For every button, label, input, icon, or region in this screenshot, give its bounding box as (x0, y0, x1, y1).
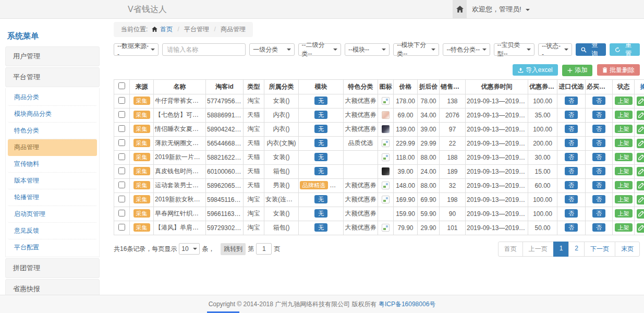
page-button-末页[interactable]: 末页 (615, 242, 640, 257)
must-buy-cell: 否 (586, 94, 613, 108)
import-select-toggle[interactable]: 否 (565, 97, 578, 105)
status-button[interactable]: 上架 (615, 209, 633, 218)
level1-category-select[interactable]: 一级分类 (249, 43, 294, 56)
row-checkbox[interactable] (118, 125, 125, 132)
edit-button[interactable] (637, 125, 644, 134)
row-checkbox[interactable] (118, 97, 125, 104)
import-select-toggle[interactable]: 否 (565, 125, 578, 133)
status-button[interactable]: 上架 (615, 111, 633, 119)
row-checkbox[interactable] (118, 210, 125, 216)
module-select[interactable]: --模块-- (345, 43, 390, 56)
row-checkbox[interactable] (118, 111, 125, 118)
records-count-text: 共16条记录，每页显示 (114, 245, 177, 254)
status-cell: 上架 (613, 192, 635, 207)
page-button-下一页[interactable]: 下一页 (584, 242, 615, 257)
batch-delete-button[interactable]: 批量删除 (597, 64, 640, 76)
row-checkbox[interactable] (118, 196, 125, 202)
sidebar-heading: 系统菜单 (5, 27, 100, 46)
page-number-input[interactable] (256, 243, 272, 255)
import-select-toggle[interactable]: 否 (565, 209, 578, 218)
sidebar-subitem-8[interactable]: 意见反馈 (8, 223, 97, 239)
import-select-toggle[interactable]: 否 (565, 195, 578, 203)
must-buy-toggle[interactable]: 否 (592, 97, 605, 105)
must-buy-toggle[interactable]: 否 (592, 223, 605, 232)
add-button[interactable]: 添加 (562, 65, 592, 76)
sidebar-item-bottom-0[interactable]: 拼团管理 (5, 258, 100, 278)
product-name-cell: 情侣睡衣女夏丝绸男士... (154, 122, 206, 136)
edit-button[interactable] (637, 153, 644, 162)
must-buy-toggle[interactable]: 否 (592, 125, 605, 133)
sidebar-item-platform-management[interactable]: 平台管理 (5, 67, 100, 87)
category-cell: 内衣(文胸) (264, 136, 299, 150)
item-type-select[interactable]: --宝贝类型-- (494, 43, 534, 56)
status-button[interactable]: 上架 (615, 153, 633, 161)
must-buy-toggle[interactable]: 否 (592, 111, 605, 119)
icp-link[interactable]: 粤ICP备16098006号 (379, 300, 435, 309)
must-buy-toggle[interactable]: 否 (592, 153, 605, 161)
row-checkbox[interactable] (118, 182, 125, 188)
status-button[interactable]: 上架 (615, 167, 633, 175)
select-all-checkbox[interactable] (118, 82, 125, 89)
edit-button[interactable] (637, 181, 644, 190)
row-checkbox[interactable] (118, 153, 125, 160)
edit-button[interactable] (637, 97, 644, 106)
home-button[interactable] (453, 0, 467, 18)
sidebar-subitem-5[interactable]: 版本管理 (8, 173, 97, 189)
import-select-toggle[interactable]: 否 (565, 153, 578, 161)
sidebar-subitem-1[interactable]: 模块商品分类 (8, 106, 97, 123)
reset-button[interactable]: 重置 (610, 43, 640, 56)
status-button[interactable]: 上架 (615, 139, 633, 147)
page-button-1[interactable]: 1 (553, 242, 569, 257)
row-checkbox[interactable] (118, 224, 125, 231)
per-page-select[interactable]: 10 (179, 243, 200, 255)
sidebar-subitem-4[interactable]: 宣传物料 (8, 156, 97, 173)
must-buy-toggle[interactable]: 否 (592, 139, 605, 147)
sidebar-subitem-0[interactable]: 商品分类 (8, 89, 97, 106)
row-checkbox[interactable] (118, 139, 125, 146)
edit-button[interactable] (637, 139, 644, 148)
import-excel-button[interactable]: 导入excel (513, 64, 558, 76)
must-buy-toggle[interactable]: 否 (592, 167, 605, 175)
status-select[interactable]: --状态-- (538, 43, 572, 56)
module-subcategory-select-value: --模块下分类-- (397, 41, 429, 58)
edit-button[interactable] (637, 195, 644, 204)
sidebar-item-user-management[interactable]: 用户管理 (5, 46, 100, 66)
user-menu[interactable]: 欢迎您，管理员! (472, 0, 530, 19)
sidebar-subitem-3[interactable]: 商品管理 (8, 139, 97, 156)
feature-category-select[interactable]: --特色分类-- (443, 43, 490, 56)
category-cell: 女装() (264, 207, 299, 221)
sidebar-item-bottom-1[interactable]: 省惠快报 (5, 279, 100, 295)
breadcrumb-home-link[interactable]: 首页 (160, 26, 173, 33)
status-button[interactable]: 上架 (615, 181, 633, 189)
sidebar-subitem-9[interactable]: 平台配置 (8, 239, 97, 256)
status-button[interactable]: 上架 (615, 195, 633, 203)
name-input[interactable] (162, 43, 246, 56)
row-select-cell (114, 136, 130, 150)
module-subcategory-select[interactable]: --模块下分类-- (393, 43, 439, 56)
level2-category-select[interactable]: --二级分类-- (298, 43, 341, 56)
status-button[interactable]: 上架 (615, 125, 633, 133)
edit-button[interactable] (637, 209, 644, 219)
must-buy-toggle[interactable]: 否 (592, 195, 605, 203)
status-button[interactable]: 上架 (615, 223, 633, 232)
sales-count-cell: 138 (440, 94, 466, 108)
status-button[interactable]: 上架 (615, 97, 633, 105)
edit-button[interactable] (637, 223, 644, 233)
import-select-toggle[interactable]: 否 (565, 111, 578, 119)
import-select-toggle[interactable]: 否 (565, 167, 578, 175)
edit-button[interactable] (637, 167, 644, 176)
must-buy-toggle[interactable]: 否 (592, 209, 605, 218)
edit-button[interactable] (637, 111, 644, 120)
data-source-select[interactable]: --数据来源-- (114, 43, 159, 56)
edit-icon (638, 98, 644, 104)
page-button-2[interactable]: 2 (568, 242, 585, 257)
import-select-toggle[interactable]: 否 (565, 139, 578, 147)
search-button[interactable]: 查询 (576, 43, 606, 56)
import-select-toggle[interactable]: 否 (565, 181, 578, 189)
sidebar-subitem-2[interactable]: 特色分类 (8, 123, 97, 139)
must-buy-toggle[interactable]: 否 (592, 181, 605, 189)
sidebar-subitem-6[interactable]: 轮播管理 (8, 189, 97, 206)
import-select-toggle[interactable]: 否 (565, 223, 578, 232)
sidebar-subitem-7[interactable]: 启动页管理 (8, 206, 97, 223)
row-checkbox[interactable] (118, 167, 125, 174)
